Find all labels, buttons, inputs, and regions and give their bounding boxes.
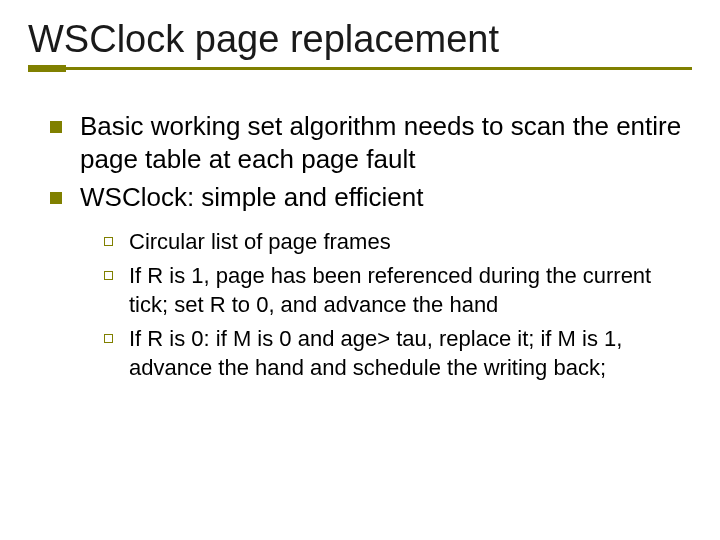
title-underline-accent (28, 65, 66, 72)
sub-bullet-text: Circular list of page frames (129, 228, 391, 257)
body-content: Basic working set algorithm needs to sca… (28, 100, 692, 382)
sub-bullet-text: If R is 1, page has been referenced duri… (129, 262, 692, 319)
slide-title: WSClock page replacement (28, 18, 692, 67)
bullet-level1: WSClock: simple and efficient (50, 181, 692, 214)
bullet-level1: Basic working set algorithm needs to sca… (50, 110, 692, 175)
hollow-square-bullet-icon (104, 334, 113, 343)
sub-bullet-text: If R is 0: if M is 0 and age> tau, repla… (129, 325, 692, 382)
title-underline (28, 67, 692, 70)
square-bullet-icon (50, 121, 62, 133)
square-bullet-icon (50, 192, 62, 204)
bullet-text: Basic working set algorithm needs to sca… (80, 110, 692, 175)
bullet-text: WSClock: simple and efficient (80, 181, 423, 214)
bullet-level2: If R is 1, page has been referenced duri… (104, 262, 692, 319)
hollow-square-bullet-icon (104, 271, 113, 280)
hollow-square-bullet-icon (104, 237, 113, 246)
sub-bullet-group: Circular list of page frames If R is 1, … (50, 220, 692, 383)
title-block: WSClock page replacement (28, 18, 692, 70)
bullet-level2: If R is 0: if M is 0 and age> tau, repla… (104, 325, 692, 382)
bullet-level2: Circular list of page frames (104, 228, 692, 257)
slide: WSClock page replacement Basic working s… (0, 0, 720, 540)
